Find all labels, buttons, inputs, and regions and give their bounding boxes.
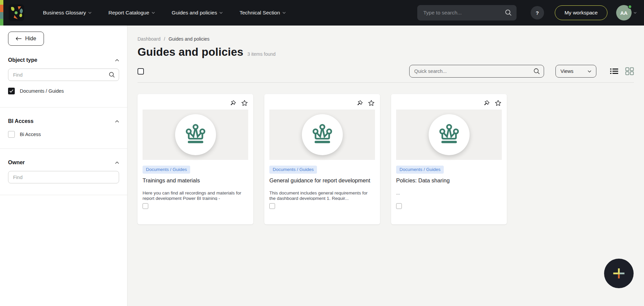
- owner-find: [8, 171, 119, 183]
- owner-find-input[interactable]: [8, 171, 119, 183]
- section-header-object-type[interactable]: Object type: [8, 57, 119, 63]
- card-actions: [396, 98, 502, 108]
- hide-sidebar-button[interactable]: Hide: [8, 32, 44, 46]
- toolbar-actions: Views: [409, 65, 634, 78]
- section-header-bi-access[interactable]: BI Access: [8, 118, 119, 124]
- card-description: This document includes general requireme…: [269, 190, 375, 200]
- chevron-down-icon: [282, 12, 286, 14]
- select-all-checkbox[interactable]: [138, 68, 144, 75]
- option-label: Bi Access: [20, 132, 41, 137]
- filter-option-bi-access[interactable]: Bi Access: [8, 131, 119, 138]
- quick-search: [409, 65, 544, 78]
- list-view-icon: [610, 68, 619, 75]
- pin-icon[interactable]: [356, 100, 363, 107]
- section-header-owner[interactable]: Owner: [8, 160, 119, 166]
- user-menu[interactable]: AA: [616, 5, 637, 20]
- quick-search-input[interactable]: [409, 65, 544, 78]
- star-icon[interactable]: [494, 99, 502, 107]
- global-search: [417, 5, 517, 20]
- nav-technical-section[interactable]: Technical Section: [239, 10, 286, 16]
- checkbox-unchecked[interactable]: [8, 131, 15, 138]
- document-card[interactable]: Documents / Guides Trainings and materia…: [138, 94, 253, 224]
- arrow-left-icon: [16, 37, 22, 41]
- page-title: Guides and policies: [138, 46, 244, 58]
- star-icon[interactable]: [368, 99, 375, 107]
- card-checkbox[interactable]: [396, 203, 402, 209]
- grid-view-icon: [625, 67, 634, 75]
- search-icon: [109, 72, 115, 78]
- chevron-up-icon: [115, 59, 119, 61]
- card-title[interactable]: Policies: Data sharing: [396, 177, 502, 184]
- grid-view-button[interactable]: [625, 67, 634, 75]
- card-description: ...: [396, 190, 502, 200]
- main-navigation: Business Glossary Report Catalogue Guide…: [43, 10, 286, 16]
- app-logo[interactable]: [9, 4, 24, 21]
- chevron-up-icon: [115, 120, 119, 123]
- card-grid: Documents / Guides Trainings and materia…: [138, 94, 634, 224]
- document-card[interactable]: Documents / Guides Policies: Data sharin…: [391, 94, 507, 224]
- breadcrumb-current: Guides and policies: [168, 36, 209, 42]
- list-view-button[interactable]: [610, 68, 619, 75]
- filters-sidebar: Hide Object type Documents / Guides: [0, 26, 127, 306]
- card-description: Here you can find all recordings and mat…: [143, 190, 248, 200]
- plus-icon: [611, 266, 627, 281]
- nav-label: Technical Section: [239, 10, 280, 16]
- filter-section-bi-access: BI Access Bi Access: [0, 118, 127, 149]
- nav-business-glossary[interactable]: Business Glossary: [43, 10, 92, 16]
- chevron-down-icon: [219, 12, 223, 14]
- checkbox-checked[interactable]: [8, 88, 15, 94]
- card-actions: [269, 98, 375, 108]
- check-icon: [9, 89, 13, 93]
- pin-icon[interactable]: [483, 100, 490, 107]
- breadcrumb-dashboard[interactable]: Dashboard: [138, 36, 161, 42]
- items-found-count: 3 items found: [248, 51, 276, 57]
- nav-label: Guides and policies: [172, 10, 217, 16]
- divider: [138, 82, 634, 83]
- filter-option-documents-guides[interactable]: Documents / Guides: [8, 88, 119, 94]
- views-dropdown[interactable]: Views: [555, 65, 596, 78]
- crown-icon: [311, 123, 334, 146]
- my-workspace-button[interactable]: My workspace: [555, 5, 607, 20]
- search-icon: [505, 9, 512, 16]
- nav-guides-and-policies[interactable]: Guides and policies: [172, 10, 223, 16]
- star-icon[interactable]: [241, 99, 248, 107]
- object-type-tag[interactable]: Documents / Guides: [396, 166, 444, 174]
- chevron-down-icon: [588, 70, 591, 73]
- add-button[interactable]: [604, 259, 634, 288]
- card-title[interactable]: General guidance for report development: [269, 177, 375, 184]
- view-toggles: [610, 67, 634, 75]
- card-title[interactable]: Trainings and materials: [143, 177, 248, 184]
- section-title: Object type: [8, 57, 37, 63]
- pin-icon[interactable]: [229, 100, 236, 107]
- document-card[interactable]: Documents / Guides General guidance for …: [264, 94, 380, 224]
- filter-section-object-type: Object type Documents / Guides: [0, 57, 127, 107]
- nav-report-catalogue[interactable]: Report Catalogue: [108, 10, 155, 16]
- page-header: Guides and policies 3 items found: [138, 46, 634, 58]
- breadcrumb-separator: /: [164, 36, 165, 42]
- object-type-tag[interactable]: Documents / Guides: [269, 166, 317, 174]
- object-type-find: [8, 69, 119, 81]
- section-title: Owner: [8, 160, 25, 166]
- card-checkbox[interactable]: [269, 203, 275, 209]
- card-thumbnail: [269, 110, 375, 160]
- object-type-tag[interactable]: Documents / Guides: [143, 166, 190, 174]
- card-checkbox[interactable]: [143, 203, 148, 209]
- document-type-badge: [429, 114, 470, 155]
- chevron-down-icon: [88, 12, 92, 14]
- help-label: ?: [536, 10, 539, 16]
- card-actions: [143, 98, 248, 108]
- avatar-initials: AA: [620, 10, 628, 16]
- section-title: BI Access: [8, 118, 34, 124]
- hide-label: Hide: [25, 36, 36, 42]
- crown-icon: [437, 123, 461, 146]
- global-search-input[interactable]: [417, 5, 517, 20]
- search-icon: [533, 68, 540, 75]
- object-type-find-input[interactable]: [8, 69, 119, 81]
- card-thumbnail: [143, 110, 248, 160]
- chevron-up-icon: [115, 162, 119, 164]
- breadcrumb: Dashboard / Guides and policies: [138, 36, 634, 42]
- document-type-badge: [175, 114, 216, 155]
- list-toolbar: Views: [138, 64, 634, 78]
- help-button[interactable]: ?: [531, 6, 544, 19]
- logo-mosaic-icon: [9, 4, 24, 21]
